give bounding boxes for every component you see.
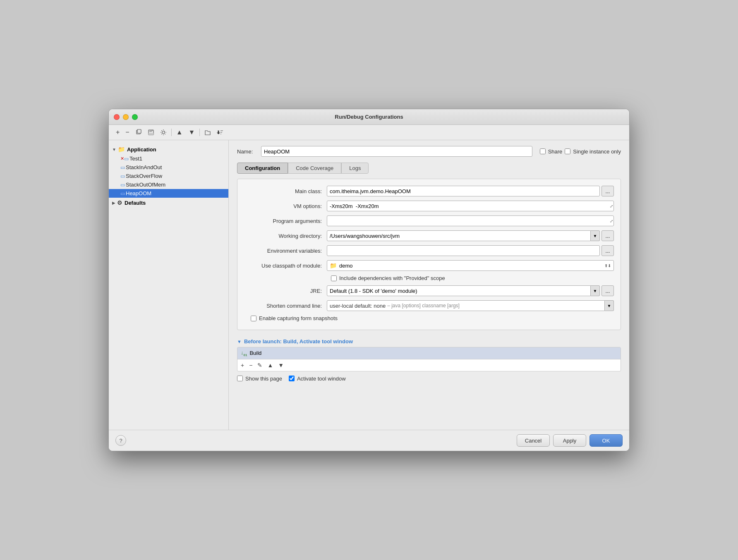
toolbar-divider: [171, 129, 172, 136]
move-down-button[interactable]: ▼: [187, 127, 197, 137]
before-launch-up-button[interactable]: ▲: [266, 361, 275, 369]
include-deps-row: Include dependencies with "Provided" sco…: [244, 275, 614, 281]
toolbar-divider-2: [199, 129, 200, 136]
svg-rect-1: [137, 129, 141, 133]
help-button[interactable]: ?: [115, 435, 126, 446]
before-launch-remove-button[interactable]: −: [247, 361, 254, 369]
env-vars-browse-button[interactable]: ...: [601, 245, 614, 256]
defaults-label: Defaults: [125, 200, 146, 206]
add-config-button[interactable]: +: [114, 127, 122, 137]
application-section[interactable]: ▼ 📁 Application: [109, 144, 228, 154]
module-dropdown-arrow: ⬆⬇: [604, 263, 611, 268]
before-launch-list: ↓01 Build + − ✎ ▲ ▼: [237, 347, 621, 371]
activate-window-checkbox[interactable]: [289, 376, 295, 381]
bottom-options-row: Show this page Activate tool window: [237, 376, 621, 382]
sidebar-item-stackinandout[interactable]: ▭ StackInAndOut: [109, 163, 228, 172]
env-vars-field-group: ...: [327, 245, 614, 256]
right-panel: Name: Share Single instance only Configu…: [229, 140, 629, 430]
defaults-arrow: ▶: [112, 201, 115, 205]
program-args-field-group: ⤢: [327, 215, 614, 226]
before-launch-arrow[interactable]: ▼: [237, 339, 242, 344]
tab-logs[interactable]: Logs: [341, 163, 369, 174]
main-class-input[interactable]: [327, 186, 600, 196]
new-folder-button[interactable]: [202, 128, 213, 137]
working-dir-dropdown-button[interactable]: ▼: [591, 230, 600, 241]
enable-snapshots-row: Enable capturing form snapshots: [244, 315, 614, 321]
configurations-toolbar: + − ▲ ▼: [109, 125, 629, 140]
defaults-section[interactable]: ▶ ⚙ Defaults: [109, 198, 228, 208]
program-args-input[interactable]: [327, 215, 614, 226]
before-launch-down-button[interactable]: ▼: [276, 361, 285, 369]
minimize-button[interactable]: [123, 114, 129, 120]
activate-window-group: Activate tool window: [289, 376, 346, 382]
save-config-button[interactable]: [146, 128, 156, 137]
include-deps-checkbox[interactable]: [331, 275, 337, 281]
settings-icon: [160, 129, 167, 136]
maximize-button[interactable]: [132, 114, 138, 120]
shorten-cmd-dropdown-button[interactable]: ▼: [605, 300, 614, 311]
tab-code-coverage[interactable]: Code Coverage: [288, 163, 341, 174]
settings-config-button[interactable]: [158, 128, 169, 137]
expand-icon[interactable]: ⤢: [610, 204, 613, 208]
sidebar-item-stackoutofmem[interactable]: ▭ StackOutOfMem: [109, 180, 228, 189]
item-label: StackOutOfMem: [126, 182, 165, 188]
config-tabs: Configuration Code Coverage Logs: [237, 163, 621, 174]
main-class-browse-button[interactable]: ...: [601, 186, 614, 196]
window-title: Run/Debug Configurations: [335, 114, 403, 120]
tab-configuration[interactable]: Configuration: [237, 163, 288, 174]
vm-options-input[interactable]: [327, 201, 614, 211]
build-icon: ↓01: [241, 349, 247, 357]
show-page-checkbox[interactable]: [237, 376, 243, 381]
jre-browse-button[interactable]: ...: [601, 285, 614, 296]
sidebar-item-stackoverflow[interactable]: ▭ StackOverFlow: [109, 172, 228, 180]
env-vars-input[interactable]: [327, 245, 600, 256]
sort-button[interactable]: [215, 128, 225, 137]
expand-icon[interactable]: ⤢: [610, 219, 613, 223]
env-vars-label: Environment variables:: [244, 248, 327, 254]
application-label: Application: [127, 146, 156, 153]
program-args-row: Program arguments: ⤢: [244, 215, 614, 226]
enable-snapshots-checkbox[interactable]: [251, 316, 256, 321]
jre-field-group: ▼ ...: [327, 285, 614, 296]
classpath-module-select[interactable]: 📁 demo ⬆⬇: [327, 260, 614, 271]
name-row: Name: Share Single instance only: [237, 146, 621, 157]
working-dir-label: Working directory:: [244, 233, 327, 239]
single-instance-checkbox[interactable]: [565, 148, 570, 154]
class-icon: ▭: [120, 173, 125, 179]
cancel-button[interactable]: Cancel: [517, 434, 550, 447]
vm-options-label: VM options:: [244, 203, 327, 209]
jre-row: JRE: ▼ ...: [244, 285, 614, 296]
item-label: StackOverFlow: [126, 173, 162, 179]
jre-input[interactable]: [327, 285, 591, 296]
before-launch-header: ▼ Before launch: Build, Activate tool wi…: [237, 338, 621, 345]
before-launch-add-button[interactable]: +: [239, 361, 246, 369]
sidebar-item-test1[interactable]: ✕ ▭ Test1: [109, 154, 228, 163]
copy-icon: [135, 129, 142, 136]
before-launch-edit-button[interactable]: ✎: [256, 361, 264, 369]
working-dir-input[interactable]: [327, 230, 591, 241]
shorten-cmd-value: user-local default: none: [330, 303, 386, 309]
copy-config-button[interactable]: [133, 128, 144, 137]
move-up-button[interactable]: ▲: [174, 127, 185, 137]
remove-config-button[interactable]: −: [123, 127, 131, 137]
share-checkbox[interactable]: [540, 148, 546, 154]
config-panel: Main class: ... VM options: ⤢: [237, 179, 621, 330]
vm-options-field-group: ⤢: [327, 201, 614, 211]
main-layout: ▼ 📁 Application ✕ ▭ Test1 ▭ StackInAndOu…: [109, 140, 629, 430]
activate-window-label: Activate tool window: [297, 376, 346, 382]
folder-icon: 📁: [118, 146, 125, 153]
module-text: demo: [339, 263, 604, 269]
apply-button[interactable]: Apply: [553, 434, 586, 447]
program-args-label: Program arguments:: [244, 218, 327, 224]
name-input[interactable]: [261, 146, 532, 157]
jre-dropdown-button[interactable]: ▼: [591, 285, 600, 296]
folder-icon: [204, 129, 211, 136]
close-button[interactable]: [114, 114, 120, 120]
working-dir-browse-button[interactable]: ...: [601, 230, 614, 241]
working-dir-field-group: ▼ ...: [327, 230, 614, 241]
sidebar-item-heapoom[interactable]: ▭ HeapOOM: [109, 189, 228, 198]
include-deps-group: Include dependencies with "Provided" sco…: [331, 275, 445, 281]
name-field-label: Name:: [237, 148, 258, 155]
ok-button[interactable]: OK: [589, 434, 623, 447]
before-launch-item-build[interactable]: ↓01 Build: [237, 347, 621, 359]
